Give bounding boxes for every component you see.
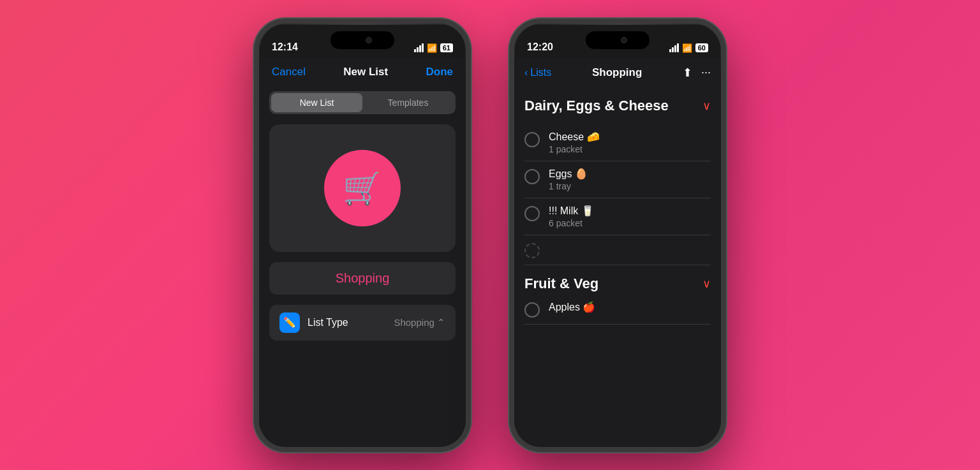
list-icon-area[interactable]: 🛒 [269, 124, 456, 252]
eggs-checkbox[interactable] [524, 169, 540, 184]
eggs-name: Eggs 🥚 [549, 168, 588, 180]
list-type-label: List Type [308, 317, 386, 328]
status-icons-2: 📶 60 [669, 43, 708, 53]
signal-icon-1 [414, 43, 424, 52]
dairy-chevron-icon[interactable]: ∨ [702, 99, 711, 113]
wifi-icon-1: 📶 [427, 43, 437, 53]
battery-1: 61 [440, 43, 453, 52]
signal-icon-2 [669, 43, 679, 52]
cheese-item: Cheese 🧀 1 packet [549, 131, 600, 154]
volume-down-button-2 [509, 161, 510, 199]
milk-qty: 6 packet [549, 218, 594, 228]
empty-checkbox[interactable] [524, 243, 540, 258]
fruit-section-title: Fruit & Veg [524, 275, 598, 292]
more-button[interactable]: ··· [701, 66, 711, 80]
cancel-button[interactable]: Cancel [272, 66, 306, 78]
power-button [470, 119, 471, 170]
share-button[interactable]: ⬆ [683, 66, 692, 80]
templates-tab[interactable]: Templates [362, 93, 454, 112]
list-name-text[interactable]: Shopping [279, 271, 445, 286]
list-item-empty [524, 235, 711, 265]
nav-actions: ⬆ ··· [683, 66, 711, 80]
nav-bar-1: Cancel New List Done [259, 58, 466, 86]
list-icon-circle[interactable]: 🛒 [324, 150, 401, 226]
time-1: 12:14 [272, 41, 298, 53]
battery-2: 60 [695, 43, 708, 52]
list-item: Apples 🍎 [524, 295, 711, 325]
status-icons-1: 📶 61 [414, 43, 453, 53]
volume-up-button-2 [509, 116, 510, 154]
time-2: 12:20 [527, 41, 553, 53]
wifi-icon-2: 📶 [682, 43, 692, 53]
cheese-checkbox[interactable] [524, 132, 540, 147]
shopping-content: Dairy, Eggs & Cheese ∨ Cheese 🧀 1 packet… [514, 87, 721, 330]
section-fruit: Fruit & Veg ∨ [524, 275, 711, 292]
eggs-item: Eggs 🥚 1 tray [549, 168, 588, 191]
power-button-2 [725, 119, 726, 170]
milk-checkbox[interactable] [524, 206, 540, 221]
list-item: Eggs 🥚 1 tray [524, 161, 711, 198]
new-list-tab[interactable]: New List [271, 93, 362, 112]
phone-2: 12:20 📶 60 ‹ Lists Shopping [509, 18, 726, 452]
phone-1: 12:14 📶 61 Cancel New List Done [254, 18, 471, 452]
eggs-qty: 1 tray [549, 181, 588, 191]
mute-button [254, 87, 255, 110]
mute-button-2 [509, 87, 510, 110]
list-name-field[interactable]: Shopping [269, 262, 456, 295]
cart-icon: 🛒 [343, 170, 382, 207]
back-button[interactable]: ‹ Lists [524, 67, 551, 78]
cheese-name: Cheese 🧀 [549, 131, 600, 143]
volume-down-button [254, 161, 255, 199]
apples-item: Apples 🍎 [549, 301, 595, 313]
phone-2-screen: ‹ Lists Shopping ⬆ ··· Dairy, Eggs & Che… [514, 58, 721, 447]
chevron-left-icon: ‹ [524, 67, 528, 78]
phone-1-screen: Cancel New List Done New List Templates … [259, 58, 466, 447]
dynamic-island-2 [586, 31, 650, 49]
milk-name: !!! Milk 🥛 [549, 205, 594, 217]
list-item: Cheese 🧀 1 packet [524, 124, 711, 161]
milk-item: !!! Milk 🥛 6 packet [549, 205, 594, 228]
list-type-row[interactable]: ✏️ List Type Shopping ⌃ [269, 305, 456, 341]
nav-bar-2: ‹ Lists Shopping ⬆ ··· [514, 58, 721, 87]
list-item: !!! Milk 🥛 6 packet [524, 198, 711, 235]
phones-container: 12:14 📶 61 Cancel New List Done [254, 18, 726, 452]
dairy-section-title: Dairy, Eggs & Cheese [524, 98, 669, 114]
segment-control: New List Templates [269, 91, 456, 114]
camera-2 [621, 37, 627, 43]
cheese-qty: 1 packet [549, 144, 600, 154]
apples-checkbox[interactable] [524, 302, 540, 318]
shopping-title: Shopping [592, 66, 642, 79]
done-button[interactable]: Done [426, 66, 453, 78]
dynamic-island-1 [330, 31, 394, 49]
fruit-chevron-icon[interactable]: ∨ [702, 277, 711, 291]
apples-name: Apples 🍎 [549, 301, 595, 313]
list-type-icon: ✏️ [279, 312, 300, 333]
section-dairy: Dairy, Eggs & Cheese ∨ [524, 98, 711, 114]
volume-up-button [254, 116, 255, 154]
list-type-value: Shopping ⌃ [394, 317, 445, 328]
camera-1 [366, 37, 372, 43]
new-list-title: New List [343, 66, 388, 78]
